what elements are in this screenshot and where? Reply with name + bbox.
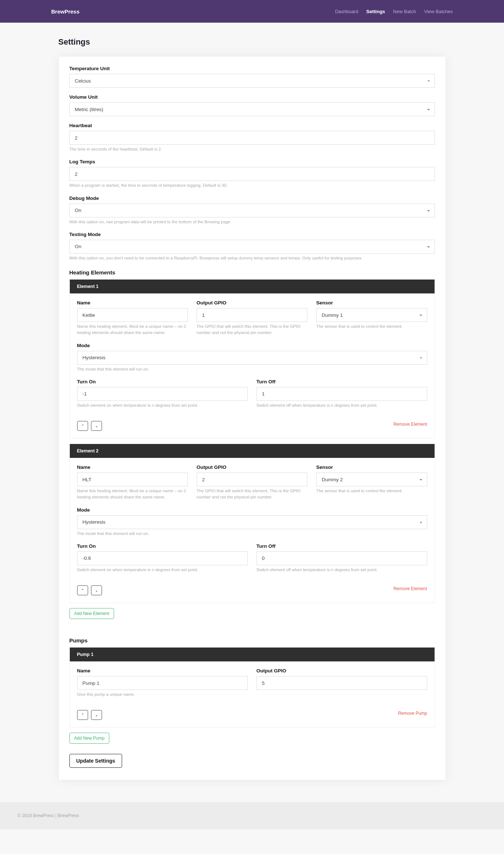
move-up-button[interactable]: ⌃ bbox=[77, 421, 88, 431]
temperature-unit-select[interactable]: Celcius bbox=[69, 74, 435, 88]
move-down-button[interactable]: ⌄ bbox=[91, 710, 102, 720]
move-down-button[interactable]: ⌄ bbox=[91, 585, 102, 595]
element-mode-help: The mode that this element will run on. bbox=[77, 531, 427, 537]
element-gpio-label: Output GPIO bbox=[197, 464, 307, 470]
pump-header: Pump 1 bbox=[70, 648, 435, 661]
element-turn-off-input[interactable] bbox=[257, 387, 427, 401]
heartbeat-label: Heartbeat bbox=[69, 123, 435, 128]
element-sensor-select[interactable]: Dummy 1 bbox=[316, 308, 427, 322]
element-turn-off-help: Switch element off when temperature is n… bbox=[257, 567, 427, 573]
element-sensor-label: Sensor bbox=[316, 464, 427, 470]
nav-new-batch[interactable]: New Batch bbox=[393, 9, 416, 14]
brand: BrewPress bbox=[51, 8, 80, 15]
element-turn-on-label: Turn On bbox=[77, 543, 248, 549]
heating-element-header: Element 2 bbox=[70, 444, 435, 458]
volume-unit-select[interactable]: Metric (litres) bbox=[69, 102, 435, 116]
chevron-down-icon: ⌄ bbox=[95, 588, 98, 592]
heartbeat-input[interactable] bbox=[69, 131, 435, 145]
testing-mode-label: Testing Mode bbox=[69, 232, 435, 237]
element-turn-on-input[interactable] bbox=[77, 551, 248, 565]
temperature-unit-label: Temperature Unit bbox=[69, 66, 435, 71]
element-gpio-input[interactable] bbox=[197, 308, 307, 322]
page-title: Settings bbox=[58, 37, 446, 47]
debug-mode-help: With this option on, raw program data wi… bbox=[69, 219, 435, 225]
element-mode-label: Mode bbox=[77, 507, 427, 513]
move-up-button[interactable]: ⌃ bbox=[77, 585, 88, 595]
remove-element-link[interactable]: Remove Element bbox=[393, 422, 427, 427]
element-turn-on-help: Switch element on when temperature is n … bbox=[77, 567, 248, 573]
pump-gpio-label: Output GPIO bbox=[257, 668, 427, 673]
element-turn-on-input[interactable] bbox=[77, 387, 248, 401]
element-sensor-help: The sensor that is used to control the e… bbox=[316, 488, 427, 494]
chevron-down-icon: ⌄ bbox=[95, 424, 98, 428]
nav-view-batches[interactable]: View Batches bbox=[424, 9, 453, 14]
element-mode-select[interactable]: Hysteresis bbox=[77, 351, 427, 365]
chevron-up-icon: ⌃ bbox=[81, 424, 84, 428]
add-element-button[interactable]: Add New Element bbox=[69, 608, 114, 619]
pump-panel: Pump 1 Name Give this pump a unique name… bbox=[69, 647, 435, 728]
element-sensor-select[interactable]: Dummy 2 bbox=[316, 472, 427, 486]
log-temps-input[interactable] bbox=[69, 167, 435, 181]
move-up-button[interactable]: ⌃ bbox=[77, 710, 88, 720]
nav-settings[interactable]: Settings bbox=[366, 9, 385, 14]
heating-element-header: Element 1 bbox=[70, 280, 435, 293]
nav: Dashboard Settings New Batch View Batche… bbox=[335, 9, 453, 14]
element-mode-select[interactable]: Hysteresis bbox=[77, 515, 427, 529]
pump-name-label: Name bbox=[77, 668, 248, 673]
element-gpio-input[interactable] bbox=[197, 472, 307, 486]
element-turn-off-help: Switch element off when temperature is n… bbox=[257, 402, 427, 409]
element-name-help: Name this heating element. Must be a uni… bbox=[77, 323, 188, 336]
update-settings-button[interactable]: Update Settings bbox=[69, 754, 122, 768]
pump-gpio-input[interactable] bbox=[257, 676, 427, 690]
element-name-input[interactable] bbox=[77, 472, 188, 486]
pump-name-help: Give this pump a unique name. bbox=[77, 691, 248, 698]
element-name-label: Name bbox=[77, 300, 188, 305]
element-turn-on-label: Turn On bbox=[77, 379, 248, 384]
testing-mode-help: With this option on, you don't need to b… bbox=[69, 255, 435, 261]
element-name-label: Name bbox=[77, 464, 188, 470]
debug-mode-label: Debug Mode bbox=[69, 196, 435, 201]
element-gpio-help: The GPIO that will switch this element. … bbox=[197, 488, 307, 501]
heating-title: Heating Elements bbox=[69, 269, 435, 276]
heating-element-panel: Element 2 Name Name this heating element… bbox=[69, 444, 435, 603]
element-gpio-label: Output GPIO bbox=[197, 300, 307, 305]
chevron-down-icon: ⌄ bbox=[95, 713, 98, 717]
chevron-up-icon: ⌃ bbox=[81, 588, 84, 592]
remove-pump-link[interactable]: Remove Pump bbox=[398, 711, 427, 716]
nav-dashboard[interactable]: Dashboard bbox=[335, 9, 359, 14]
volume-unit-label: Volume Unit bbox=[69, 94, 435, 100]
element-sensor-help: The sensor that is used to control the e… bbox=[316, 323, 427, 330]
element-mode-help: The mode that this element will run on. bbox=[77, 366, 427, 372]
element-turn-off-label: Turn Off bbox=[257, 379, 427, 384]
settings-card: Temperature Unit Celcius Volume Unit Met… bbox=[58, 56, 446, 780]
element-turn-off-input[interactable] bbox=[257, 551, 427, 565]
log-temps-help: When a program is started, the time in s… bbox=[69, 182, 435, 189]
heating-element-panel: Element 1 Name Name this heating element… bbox=[69, 279, 435, 439]
element-mode-label: Mode bbox=[77, 343, 427, 348]
pumps-title: Pumps bbox=[69, 637, 435, 644]
log-temps-label: Log Temps bbox=[69, 159, 435, 164]
debug-mode-select[interactable]: On bbox=[69, 204, 435, 217]
testing-mode-select[interactable]: On bbox=[69, 240, 435, 254]
footer: © 2018 BrewPress | BrewPress bbox=[0, 802, 504, 829]
element-name-input[interactable] bbox=[77, 308, 188, 322]
topbar: BrewPress Dashboard Settings New Batch V… bbox=[0, 0, 504, 23]
move-down-button[interactable]: ⌄ bbox=[91, 421, 102, 431]
element-turn-off-label: Turn Off bbox=[257, 543, 427, 549]
chevron-up-icon: ⌃ bbox=[81, 713, 84, 717]
pump-name-input[interactable] bbox=[77, 676, 248, 690]
remove-element-link[interactable]: Remove Element bbox=[393, 586, 427, 591]
element-name-help: Name this heating element. Must be a uni… bbox=[77, 488, 188, 501]
add-pump-button[interactable]: Add New Pump bbox=[69, 733, 109, 744]
heartbeat-help: The time in seconds of the heartbeat. De… bbox=[69, 146, 435, 152]
element-sensor-label: Sensor bbox=[316, 300, 427, 305]
element-turn-on-help: Switch element on when temperature is n … bbox=[77, 402, 248, 409]
element-gpio-help: The GPIO that will switch this element. … bbox=[197, 323, 307, 336]
